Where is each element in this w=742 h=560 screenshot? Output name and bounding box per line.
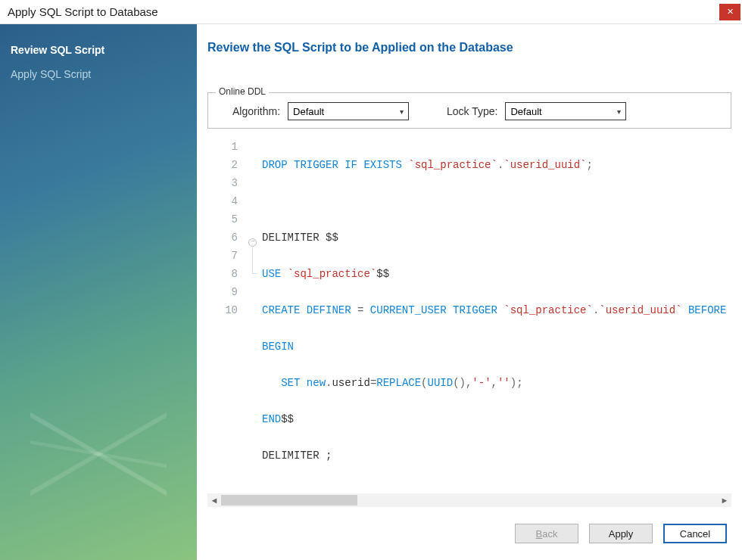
dialog-button-row: Back Apply Cancel [207, 507, 731, 549]
chevron-down-icon: ▾ [617, 107, 621, 116]
fold-gutter: − [248, 138, 262, 492]
algorithm-value: Default [293, 106, 324, 117]
line-gutter: 12345 678910 [207, 138, 248, 492]
algorithm-label: Algorithm: [232, 105, 280, 117]
algorithm-select[interactable]: Default ▾ [288, 102, 409, 120]
sidebar-item-label: Apply SQL Script [11, 68, 91, 80]
scroll-thumb[interactable] [221, 495, 357, 506]
lock-type-label: Lock Type: [447, 105, 497, 117]
close-button[interactable]: ✕ [719, 4, 740, 20]
window-title: Apply SQL Script to Database [8, 5, 158, 18]
sidebar-item-label: Review SQL Script [11, 44, 104, 56]
fold-toggle-icon[interactable]: − [248, 238, 257, 247]
lock-type-select[interactable]: Default ▾ [505, 102, 626, 120]
back-button: Back [515, 524, 578, 543]
chevron-down-icon: ▾ [400, 107, 404, 116]
sql-editor[interactable]: 12345 678910 − DROP TRIGGER IF EXISTS `s… [207, 135, 731, 492]
cancel-button[interactable]: Cancel [663, 524, 727, 543]
apply-button[interactable]: Apply [589, 524, 653, 543]
lock-type-value: Default [510, 106, 541, 117]
online-ddl-legend: Online DDL [216, 86, 269, 97]
sidebar-item-review-sql-script[interactable]: Review SQL Script [0, 38, 197, 62]
page-title: Review the SQL Script to be Applied on t… [207, 41, 731, 54]
titlebar: Apply SQL Script to Database ✕ [0, 0, 742, 24]
scroll-left-arrow-icon[interactable]: ◄ [207, 496, 221, 505]
sidebar-item-apply-sql-script[interactable]: Apply SQL Script [0, 62, 197, 86]
online-ddl-group: Online DDL Algorithm: Default ▾ Lock Typ… [207, 92, 731, 129]
horizontal-scrollbar[interactable]: ◄ ► [207, 493, 731, 507]
main-panel: Review the SQL Script to be Applied on t… [197, 24, 742, 560]
close-icon: ✕ [727, 7, 734, 17]
scroll-right-arrow-icon[interactable]: ► [718, 496, 731, 505]
scroll-track[interactable] [221, 495, 718, 506]
wizard-sidebar: Review SQL Script Apply SQL Script [0, 24, 197, 560]
code-content: DROP TRIGGER IF EXISTS `sql_practice`.`u… [262, 138, 731, 492]
